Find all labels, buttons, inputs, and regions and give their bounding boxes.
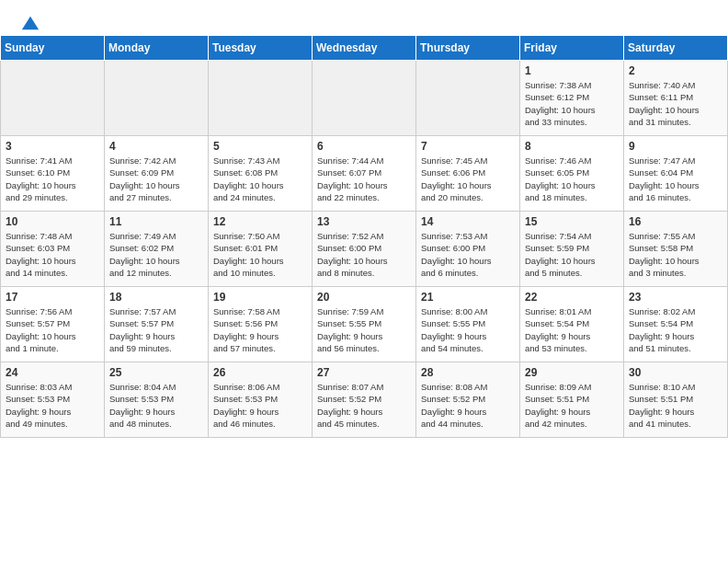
day-number: 25 [109,366,203,379]
day-info: Sunrise: 7:56 AM Sunset: 5:57 PM Dayligh… [6,305,99,354]
weekday-header-sunday: Sunday [1,36,105,61]
day-number: 22 [525,291,619,304]
calendar-cell [313,61,416,136]
day-info: Sunrise: 7:58 AM Sunset: 5:56 PM Dayligh… [213,305,307,354]
calendar-cell: 4Sunrise: 7:42 AM Sunset: 6:09 PM Daylig… [105,136,209,212]
calendar-cell [416,61,520,136]
day-info: Sunrise: 8:02 AM Sunset: 5:54 PM Dayligh… [629,305,722,354]
day-number: 23 [629,291,722,304]
day-info: Sunrise: 7:59 AM Sunset: 5:55 PM Dayligh… [317,305,411,354]
day-number: 29 [525,366,619,379]
calendar-cell [209,61,313,136]
weekday-header-friday: Friday [520,36,624,61]
day-number: 21 [421,291,515,304]
day-info: Sunrise: 7:38 AM Sunset: 6:12 PM Dayligh… [525,79,619,128]
weekday-header-saturday: Saturday [624,36,728,61]
calendar-cell: 28Sunrise: 8:08 AM Sunset: 5:52 PM Dayli… [416,362,520,438]
day-info: Sunrise: 8:07 AM Sunset: 5:52 PM Dayligh… [317,381,411,430]
day-info: Sunrise: 7:54 AM Sunset: 5:59 PM Dayligh… [525,230,619,279]
day-info: Sunrise: 8:10 AM Sunset: 5:51 PM Dayligh… [629,381,722,430]
logo-icon [20,13,40,33]
calendar-cell: 7Sunrise: 7:45 AM Sunset: 6:06 PM Daylig… [416,136,520,212]
calendar-cell: 21Sunrise: 8:00 AM Sunset: 5:55 PM Dayli… [416,287,520,362]
day-number: 24 [6,366,99,379]
calendar-cell: 25Sunrise: 8:04 AM Sunset: 5:53 PM Dayli… [105,362,209,438]
day-number: 12 [213,215,307,228]
calendar-cell: 11Sunrise: 7:49 AM Sunset: 6:02 PM Dayli… [105,212,209,287]
svg-marker-0 [22,17,39,30]
day-info: Sunrise: 7:46 AM Sunset: 6:05 PM Dayligh… [525,155,619,203]
weekday-header-monday: Monday [105,36,209,61]
calendar-cell: 29Sunrise: 8:09 AM Sunset: 5:51 PM Dayli… [520,362,624,438]
day-number: 17 [6,291,99,304]
calendar-cell: 26Sunrise: 8:06 AM Sunset: 5:53 PM Dayli… [209,362,313,438]
calendar-cell: 5Sunrise: 7:43 AM Sunset: 6:08 PM Daylig… [209,136,313,212]
calendar-cell: 17Sunrise: 7:56 AM Sunset: 5:57 PM Dayli… [1,287,105,362]
day-number: 28 [421,366,515,379]
logo [18,13,40,29]
day-info: Sunrise: 7:48 AM Sunset: 6:03 PM Dayligh… [6,230,99,279]
page-header [0,0,728,35]
day-info: Sunrise: 7:47 AM Sunset: 6:04 PM Dayligh… [629,155,722,203]
calendar-cell: 1Sunrise: 7:38 AM Sunset: 6:12 PM Daylig… [520,61,624,136]
calendar-cell: 10Sunrise: 7:48 AM Sunset: 6:03 PM Dayli… [1,212,105,287]
day-info: Sunrise: 7:52 AM Sunset: 6:00 PM Dayligh… [317,230,411,279]
calendar-cell: 16Sunrise: 7:55 AM Sunset: 5:58 PM Dayli… [624,212,728,287]
calendar-cell: 3Sunrise: 7:41 AM Sunset: 6:10 PM Daylig… [1,136,105,212]
calendar-cell: 14Sunrise: 7:53 AM Sunset: 6:00 PM Dayli… [416,212,520,287]
calendar-table: SundayMondayTuesdayWednesdayThursdayFrid… [0,35,728,438]
day-info: Sunrise: 7:42 AM Sunset: 6:09 PM Dayligh… [109,155,203,203]
day-number: 3 [6,140,99,153]
day-info: Sunrise: 7:53 AM Sunset: 6:00 PM Dayligh… [421,230,515,279]
calendar-cell: 8Sunrise: 7:46 AM Sunset: 6:05 PM Daylig… [520,136,624,212]
day-number: 20 [317,291,411,304]
calendar-cell: 23Sunrise: 8:02 AM Sunset: 5:54 PM Dayli… [624,287,728,362]
day-info: Sunrise: 8:08 AM Sunset: 5:52 PM Dayligh… [421,381,515,430]
calendar-cell: 2Sunrise: 7:40 AM Sunset: 6:11 PM Daylig… [624,61,728,136]
day-number: 6 [317,140,411,153]
day-info: Sunrise: 7:57 AM Sunset: 5:57 PM Dayligh… [109,305,203,354]
calendar-week-1: 1Sunrise: 7:38 AM Sunset: 6:12 PM Daylig… [1,61,728,136]
calendar-cell: 24Sunrise: 8:03 AM Sunset: 5:53 PM Dayli… [1,362,105,438]
calendar-cell [105,61,209,136]
day-info: Sunrise: 7:50 AM Sunset: 6:01 PM Dayligh… [213,230,307,279]
day-info: Sunrise: 7:55 AM Sunset: 5:58 PM Dayligh… [629,230,722,279]
calendar-week-2: 3Sunrise: 7:41 AM Sunset: 6:10 PM Daylig… [1,136,728,212]
day-number: 16 [629,215,722,228]
day-number: 18 [109,291,203,304]
calendar-cell: 30Sunrise: 8:10 AM Sunset: 5:51 PM Dayli… [624,362,728,438]
calendar-cell: 9Sunrise: 7:47 AM Sunset: 6:04 PM Daylig… [624,136,728,212]
day-number: 26 [213,366,307,379]
calendar-cell: 27Sunrise: 8:07 AM Sunset: 5:52 PM Dayli… [313,362,416,438]
calendar-cell: 22Sunrise: 8:01 AM Sunset: 5:54 PM Dayli… [520,287,624,362]
calendar-cell: 12Sunrise: 7:50 AM Sunset: 6:01 PM Dayli… [209,212,313,287]
weekday-header-tuesday: Tuesday [209,36,313,61]
day-info: Sunrise: 8:00 AM Sunset: 5:55 PM Dayligh… [421,305,515,354]
weekday-header-wednesday: Wednesday [313,36,416,61]
calendar-cell: 13Sunrise: 7:52 AM Sunset: 6:00 PM Dayli… [313,212,416,287]
day-info: Sunrise: 7:49 AM Sunset: 6:02 PM Dayligh… [109,230,203,279]
day-number: 30 [629,366,722,379]
calendar-cell [1,61,105,136]
day-number: 9 [629,140,722,153]
calendar-week-3: 10Sunrise: 7:48 AM Sunset: 6:03 PM Dayli… [1,212,728,287]
calendar-week-5: 24Sunrise: 8:03 AM Sunset: 5:53 PM Dayli… [1,362,728,438]
day-number: 8 [525,140,619,153]
calendar-cell: 15Sunrise: 7:54 AM Sunset: 5:59 PM Dayli… [520,212,624,287]
day-number: 14 [421,215,515,228]
day-info: Sunrise: 7:41 AM Sunset: 6:10 PM Dayligh… [6,155,99,203]
day-number: 13 [317,215,411,228]
calendar-cell: 20Sunrise: 7:59 AM Sunset: 5:55 PM Dayli… [313,287,416,362]
calendar-cell: 18Sunrise: 7:57 AM Sunset: 5:57 PM Dayli… [105,287,209,362]
day-number: 7 [421,140,515,153]
day-info: Sunrise: 7:43 AM Sunset: 6:08 PM Dayligh… [213,155,307,203]
day-info: Sunrise: 7:40 AM Sunset: 6:11 PM Dayligh… [629,79,722,128]
weekday-header-thursday: Thursday [416,36,520,61]
day-info: Sunrise: 7:44 AM Sunset: 6:07 PM Dayligh… [317,155,411,203]
day-info: Sunrise: 8:01 AM Sunset: 5:54 PM Dayligh… [525,305,619,354]
weekday-header-row: SundayMondayTuesdayWednesdayThursdayFrid… [1,36,728,61]
calendar-week-4: 17Sunrise: 7:56 AM Sunset: 5:57 PM Dayli… [1,287,728,362]
day-info: Sunrise: 8:06 AM Sunset: 5:53 PM Dayligh… [213,381,307,430]
day-info: Sunrise: 8:04 AM Sunset: 5:53 PM Dayligh… [109,381,203,430]
calendar-cell: 19Sunrise: 7:58 AM Sunset: 5:56 PM Dayli… [209,287,313,362]
